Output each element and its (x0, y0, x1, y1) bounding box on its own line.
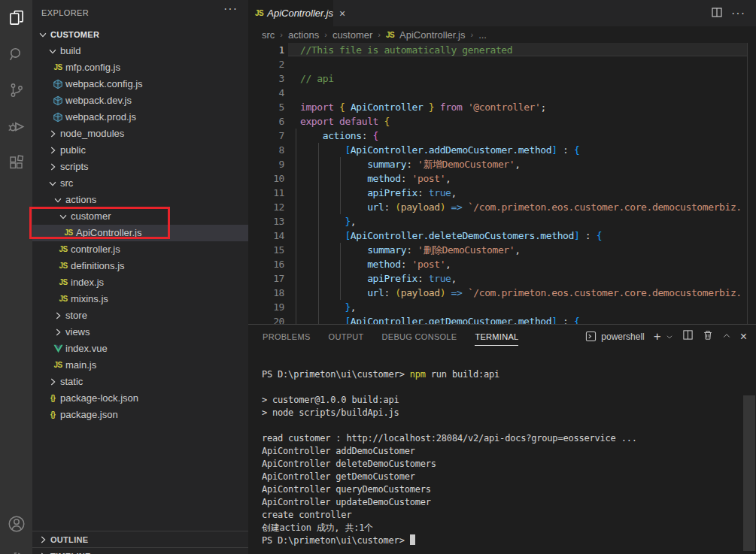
activity-bar (0, 0, 32, 554)
panel-actions: powershell + × (585, 325, 747, 348)
tree-item-label: index.vue (65, 341, 108, 357)
js-file-icon: JS (57, 293, 69, 305)
code-text: }, (300, 214, 356, 229)
panel-tab-output[interactable]: OUTPUT (329, 325, 364, 348)
activitybar-source-control-icon[interactable] (0, 72, 32, 108)
tree-item-label: webpack.dev.js (65, 92, 132, 109)
terminal-line: ApiController getDemoCustomer (262, 471, 756, 483)
terminal-dropdown-icon[interactable] (666, 330, 673, 344)
tree-item-scripts[interactable]: scripts (32, 159, 248, 175)
indent-guide (296, 300, 296, 314)
breadcrumb-item[interactable]: ApiController.js (399, 29, 465, 41)
code-line-5: 5import { ApiController } from '@control… (248, 100, 756, 114)
activitybar-account-icon[interactable] (0, 506, 32, 542)
new-terminal-icon[interactable]: + (654, 329, 661, 344)
json-file-icon: {} (47, 409, 59, 421)
maximize-panel-icon[interactable] (722, 330, 731, 344)
tree-item-label: actions (65, 192, 96, 208)
tab-apicontroller[interactable]: JS ApiController.js × (248, 0, 333, 26)
code-line-16: 16 method: 'post', (248, 257, 756, 271)
activitybar-settings-gear-icon[interactable] (0, 540, 32, 554)
terminal-line: PS D:\primeton\ui\customer> npm run buil… (262, 368, 756, 381)
indent-guide (296, 186, 296, 200)
chevron-down-icon (37, 29, 49, 41)
tab-close-icon[interactable]: × (339, 8, 345, 20)
close-panel-icon[interactable]: × (740, 330, 747, 344)
breadcrumb-item[interactable]: src (262, 29, 275, 41)
panel-tab-debug-console[interactable]: DEBUG CONSOLE (382, 325, 457, 348)
tree-item-controller-js[interactable]: JScontroller.js (32, 241, 248, 258)
split-terminal-icon[interactable] (682, 329, 694, 344)
tree-item-definitions-js[interactable]: JSdefinitions.js (32, 258, 248, 274)
tree-item-static[interactable]: static (32, 374, 248, 390)
tree-item-store[interactable]: store (32, 307, 248, 324)
activitybar-search-icon[interactable] (0, 36, 32, 72)
tree-item-webpack-dev-js[interactable]: webpack.dev.js (32, 92, 248, 109)
sidebar-section-timeline[interactable]: TIMELINE (32, 547, 248, 554)
sidebar-title: EXPLORER (41, 8, 89, 17)
code-text: [ApiController.deleteDemoCustomers.metho… (300, 229, 602, 243)
shell-select-dropdown[interactable]: powershell (585, 331, 644, 342)
chevron-right-icon (47, 376, 59, 388)
terminal-line: ApiController updateDemoCustomer (262, 496, 756, 509)
breadcrumb-item[interactable]: actions (288, 29, 319, 41)
tree-item-label: package.json (60, 407, 118, 423)
tree-item-public[interactable]: public (32, 142, 248, 159)
line-number: 12 (248, 200, 284, 214)
tree-item-mfp-config-js[interactable]: JSmfp.config.js (32, 59, 248, 76)
tree-item-main-js[interactable]: JSmain.js (32, 357, 248, 374)
tree-item-label: controller.js (71, 241, 120, 258)
terminal-scrollbar[interactable] (743, 395, 755, 551)
breadcrumb-item[interactable]: ... (478, 29, 487, 41)
line-number: 13 (248, 214, 284, 229)
chevron-right-icon (37, 534, 49, 546)
webpack-file-icon (52, 111, 64, 123)
activitybar-extensions-icon[interactable] (0, 144, 32, 180)
terminal-output[interactable]: PS D:\primeton\ui\customer> npm run buil… (262, 368, 756, 554)
breadcrumb-item[interactable]: customer (332, 29, 372, 41)
terminal-line: > node scripts/buildApi.js (262, 407, 756, 419)
editor-more-icon[interactable]: ··· (731, 7, 745, 20)
tree-item-label: CUSTOMER (50, 26, 99, 43)
sidebar-more-icon[interactable]: ··· (223, 2, 238, 16)
tree-item-webpack-config-js[interactable]: webpack.config.js (32, 76, 248, 92)
tree-item-mixins-js[interactable]: JSmixins.js (32, 291, 248, 307)
tree-item-actions[interactable]: actions (32, 192, 248, 208)
tree-item-package-lock-json[interactable]: {}package-lock.json (32, 390, 248, 407)
js-file-icon: JS (57, 277, 69, 289)
terminal-cursor (410, 534, 415, 545)
tree-item-label: definitions.js (71, 258, 125, 274)
section-label: OUTLINE (50, 535, 88, 544)
activitybar-explorer-icon[interactable] (0, 0, 32, 36)
js-file-icon: JS (52, 62, 64, 74)
kill-terminal-icon[interactable] (703, 329, 713, 344)
tree-item-build[interactable]: build (32, 43, 248, 59)
tree-item-label: scripts (60, 159, 89, 175)
webpack-file-icon (52, 95, 64, 107)
tree-item-label: static (60, 374, 83, 390)
code-line-7: 7 actions: { (248, 129, 756, 143)
code-editor[interactable]: 1//This file is automatically generated2… (248, 43, 756, 324)
code-line-6: 6export default { (248, 114, 756, 129)
line-number: 1 (248, 43, 284, 57)
code-line-18: 18 url: (payload) => `/com.primeton.eos.… (248, 286, 756, 300)
split-editor-icon[interactable] (711, 6, 723, 21)
panel-tab-terminal[interactable]: TERMINAL (475, 325, 518, 348)
tree-item-label: webpack.prod.js (65, 109, 136, 126)
tree-item-webpack-prod-js[interactable]: webpack.prod.js (32, 109, 248, 126)
tree-item-package-json[interactable]: {}package.json (32, 407, 248, 423)
sidebar-section-outline[interactable]: OUTLINE (32, 531, 248, 547)
tree-item-index-vue[interactable]: index.vue (32, 341, 248, 357)
activitybar-run-debug-icon[interactable] (0, 108, 32, 144)
line-number: 2 (248, 57, 284, 71)
tree-item-customer[interactable]: CUSTOMER (32, 26, 248, 43)
indent-guide (296, 171, 296, 186)
tree-item-views[interactable]: views (32, 324, 248, 341)
section-label: TIMELINE (50, 552, 91, 554)
tree-item-src[interactable]: src (32, 175, 248, 192)
tree-item-index-js[interactable]: JSindex.js (32, 274, 248, 291)
tree-item-node-modules[interactable]: node_modules (32, 126, 248, 142)
line-number: 16 (248, 257, 284, 271)
shell-label: powershell (601, 331, 644, 342)
panel-tab-problems[interactable]: PROBLEMS (263, 325, 311, 348)
